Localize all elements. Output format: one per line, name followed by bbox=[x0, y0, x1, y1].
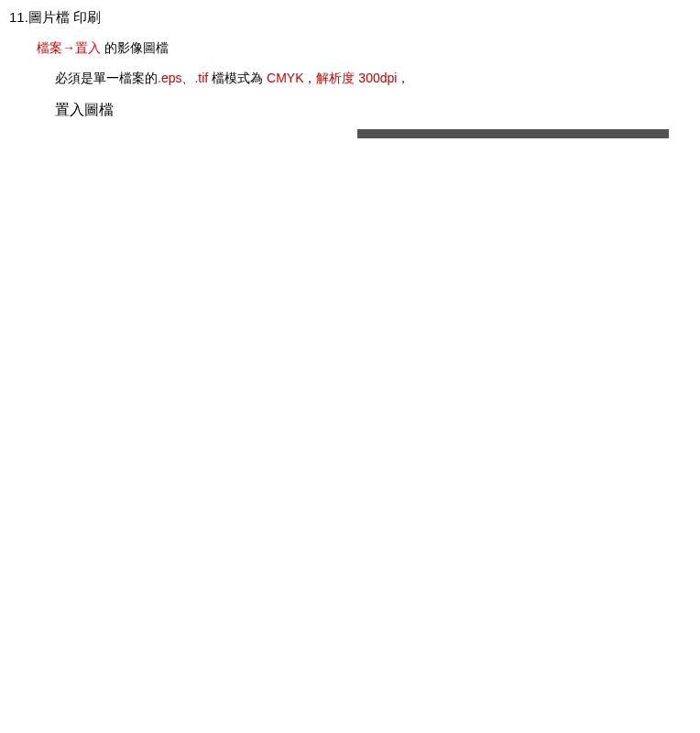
instruction-1: 檔案→置入 的影像圖檔 bbox=[37, 40, 700, 57]
subtitle: 置入圖檔 bbox=[55, 101, 700, 120]
advanced-panel: ▼ 進階 色彩模式(C): CMYK▼ 點陣特效(R): 高 (300 ppi)… bbox=[357, 129, 669, 138]
section-title: 11.圖片檔 印刷 bbox=[9, 9, 700, 27]
instruction-2: 必須是單一檔案的.eps、.tif 檔模式為 CMYK，解析度 300dpi， bbox=[55, 71, 700, 87]
